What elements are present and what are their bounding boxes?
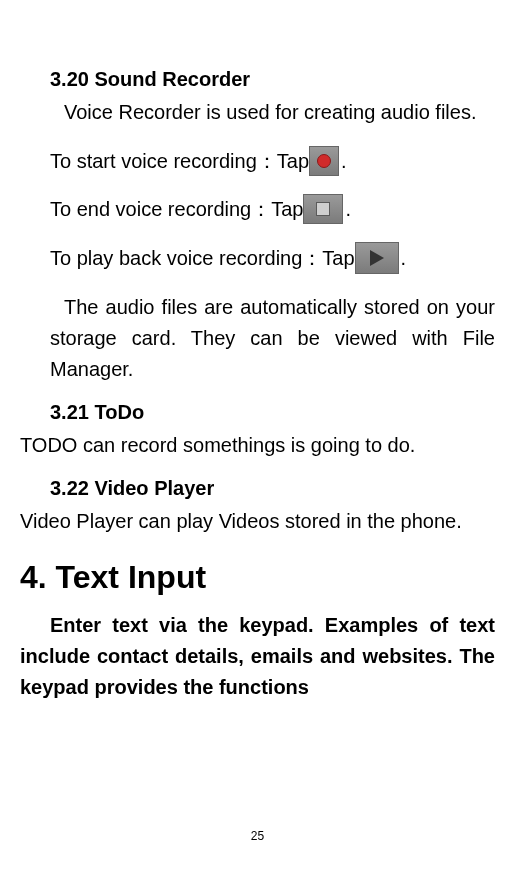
stop-icon <box>303 194 343 224</box>
end-recording-line: To end voice recording：Tap . <box>50 194 495 224</box>
chapter-4-body: Enter text via the keypad. Examples of t… <box>20 610 495 703</box>
end-recording-text-before: To end voice recording：Tap <box>50 196 303 223</box>
record-icon <box>309 146 339 176</box>
start-recording-text-after: . <box>341 150 347 173</box>
play-icon <box>355 242 399 274</box>
chapter-4-title: 4. Text Input <box>20 559 495 596</box>
playback-text-before: To play back voice recording：Tap <box>50 245 355 272</box>
todo-body: TODO can record somethings is going to d… <box>20 430 495 461</box>
sound-recorder-intro: Voice Recorder is used for creating audi… <box>20 97 495 128</box>
start-recording-line: To start voice recording：Tap . <box>50 146 495 176</box>
start-recording-text-before: To start voice recording：Tap <box>50 148 309 175</box>
storage-note: The audio files are automatically stored… <box>50 292 495 385</box>
playback-text-after: . <box>401 247 407 270</box>
heading-3-22: 3.22 Video Player <box>50 477 495 500</box>
heading-3-20: 3.20 Sound Recorder <box>50 68 495 91</box>
document-page: 3.20 Sound Recorder Voice Recorder is us… <box>0 0 515 751</box>
video-player-body: Video Player can play Videos stored in t… <box>20 506 495 537</box>
playback-line: To play back voice recording：Tap . <box>50 242 495 274</box>
end-recording-text-after: . <box>345 198 351 221</box>
heading-3-21: 3.21 ToDo <box>50 401 495 424</box>
page-number: 25 <box>0 829 515 843</box>
